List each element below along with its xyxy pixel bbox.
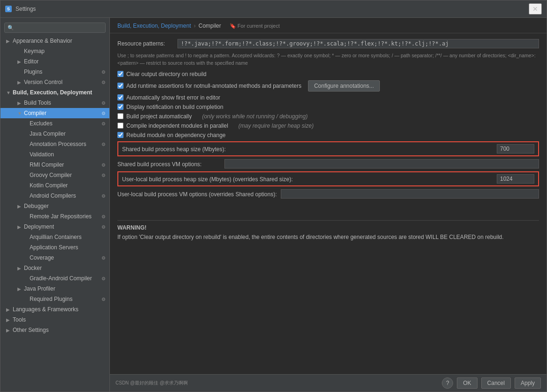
resource-patterns-input[interactable]: [177, 39, 539, 48]
expand-arrow: ▶: [17, 204, 23, 209]
sidebar-item-label: Validation: [30, 151, 106, 158]
breadcrumb-separator: ›: [194, 23, 196, 29]
cancel-button[interactable]: Cancel: [481, 377, 511, 389]
configure-annotations-button[interactable]: Configure annotations...: [308, 80, 380, 92]
shared-vm-label: Shared build process VM options:: [117, 160, 221, 168]
search-input[interactable]: [16, 24, 102, 31]
sidebar-item-rmi-compiler[interactable]: RMI Compiler ⚙: [0, 160, 109, 170]
sidebar-item-label: Build Tools: [24, 100, 100, 106]
sidebar-item-compiler[interactable]: ▼ Compiler ⚙: [0, 108, 109, 118]
sidebar-item-label: Docker: [24, 265, 106, 271]
close-button[interactable]: ✕: [529, 3, 542, 15]
settings-icon: ⚙: [101, 297, 106, 302]
checkbox-auto-show: Automatically show first error in editor: [117, 94, 539, 101]
sidebar-item-label: Languages & Frameworks: [13, 306, 106, 313]
sidebar-item-build-execution[interactable]: ▼ Build, Execution, Deployment: [0, 87, 109, 98]
add-runtime-checkbox[interactable]: [117, 83, 123, 89]
for-current-project[interactable]: 🔖 For current project: [230, 23, 280, 29]
breadcrumb-path1[interactable]: Build, Execution, Deployment: [117, 23, 191, 29]
sidebar-item-docker[interactable]: ▶ Docker: [0, 263, 109, 273]
compile-independent-checkbox[interactable]: [117, 123, 123, 129]
main-content: 🔍 ▶ Appearance & Behavior Keymap ▶ Edito…: [0, 18, 547, 392]
checkbox-clear-output: Clear output directory on rebuild: [117, 71, 539, 77]
sidebar-item-label: Keymap: [24, 48, 106, 54]
sidebar-item-groovy-compiler[interactable]: Groovy Compiler ⚙: [0, 170, 109, 180]
display-notification-label[interactable]: Display notification on build completion: [126, 104, 223, 110]
sidebar-item-plugins[interactable]: Plugins ⚙: [0, 67, 109, 77]
warning-section: WARNING! If option 'Clear output directo…: [117, 220, 539, 246]
user-local-vm-input[interactable]: [281, 189, 539, 199]
title-bar: S Settings ✕: [0, 0, 547, 18]
sidebar-item-appearance-behavior[interactable]: ▶ Appearance & Behavior: [0, 36, 109, 46]
user-local-heap-input[interactable]: [497, 174, 534, 184]
sidebar-item-annotation-processors[interactable]: Annotation Processors ⚙: [0, 139, 109, 149]
sidebar-item-label: Required Plugins: [30, 296, 100, 302]
sidebar-item-label: Remote Jar Repositories: [30, 213, 100, 220]
sidebar-item-android-compilers[interactable]: Android Compilers ⚙: [0, 191, 109, 201]
clear-output-checkbox[interactable]: [117, 71, 123, 77]
auto-show-label[interactable]: Automatically show first error in editor: [126, 94, 220, 101]
sidebar-item-kotlin-compiler[interactable]: Kotlin Compiler: [0, 180, 109, 191]
sidebar-item-build-tools[interactable]: ▶ Build Tools ⚙: [0, 98, 109, 108]
bottom-bar: CSDN @最好的顾佳 @求求乃啊啊 ? OK Cancel Apply: [110, 374, 547, 392]
sidebar-item-editor[interactable]: ▶ Editor: [0, 56, 109, 67]
sidebar-item-application-servers[interactable]: Application Servers: [0, 242, 109, 253]
sidebar-item-java-compiler[interactable]: Java Compiler: [0, 129, 109, 139]
shared-heap-input[interactable]: [497, 144, 534, 154]
apply-button[interactable]: Apply: [515, 377, 541, 389]
compile-independent-label[interactable]: Compile independent modules in parallel: [126, 123, 228, 129]
sidebar-item-label: Deployment: [24, 223, 100, 230]
sidebar-item-gradle-android[interactable]: Gradle-Android Compiler ⚙: [0, 273, 109, 284]
sidebar-item-excludes[interactable]: Excludes ⚙: [0, 118, 109, 129]
shared-heap-row: Shared build process heap size (Mbytes):: [117, 141, 539, 156]
sidebar-item-validation[interactable]: Validation: [0, 149, 109, 160]
sidebar-item-required-plugins[interactable]: Required Plugins ⚙: [0, 294, 109, 304]
sidebar-item-java-profiler[interactable]: ▶ Java Profiler: [0, 284, 109, 294]
sidebar-item-tools[interactable]: ▶ Tools: [0, 315, 109, 325]
user-local-vm-row: User-local build process VM options (ove…: [117, 189, 539, 199]
sidebar-item-label: Annotation Processors: [30, 141, 100, 147]
sidebar-item-arquillian[interactable]: Arquillian Containers: [0, 232, 109, 242]
compile-independent-note: (may require larger heap size): [239, 123, 314, 129]
sidebar-item-other-settings[interactable]: ▶ Other Settings: [0, 325, 109, 335]
help-button[interactable]: ?: [442, 377, 453, 389]
sidebar-item-label: Android Compilers: [30, 192, 100, 199]
settings-icon: ⚙: [101, 224, 106, 230]
clear-output-label[interactable]: Clear output directory on rebuild: [126, 71, 207, 77]
display-notification-checkbox[interactable]: [117, 104, 123, 110]
settings-icon: ⚙: [101, 142, 106, 147]
build-auto-label[interactable]: Build project automatically: [126, 113, 192, 120]
expand-arrow: ▶: [17, 100, 23, 106]
settings-icon: ⚙: [101, 111, 106, 116]
sidebar-item-deployment[interactable]: ▶ Deployment ⚙: [0, 222, 109, 232]
settings-icon: ⚙: [101, 276, 106, 281]
sidebar-item-label: Appearance & Behavior: [13, 38, 106, 44]
resource-patterns-row: Resource patterns:: [117, 39, 539, 48]
settings-icon: ⚙: [101, 173, 106, 178]
rebuild-module-label[interactable]: Rebuild module on dependency change: [126, 132, 226, 138]
add-runtime-label[interactable]: Add runtime assertions for notnull-annot…: [126, 83, 301, 89]
expand-arrow: ▶: [6, 38, 12, 44]
settings-icon: ⚙: [101, 255, 106, 261]
sidebar-item-label: Other Settings: [13, 327, 106, 333]
shared-vm-input[interactable]: [224, 159, 539, 169]
checkbox-build-auto: Build project automatically (only works …: [117, 113, 539, 120]
sidebar-item-coverage[interactable]: Coverage ⚙: [0, 253, 109, 263]
sidebar-item-debugger[interactable]: ▶ Debugger: [0, 201, 109, 211]
settings-icon: ⚙: [101, 214, 106, 219]
sidebar-item-remote-jar[interactable]: Remote Jar Repositories ⚙: [0, 211, 109, 222]
sidebar-item-label: Groovy Compiler: [30, 172, 100, 178]
sidebar-item-version-control[interactable]: ▶ Version Control ⚙: [0, 77, 109, 87]
build-auto-checkbox[interactable]: [117, 113, 123, 119]
sidebar-item-keymap[interactable]: Keymap: [0, 46, 109, 56]
search-box[interactable]: 🔍: [4, 23, 106, 33]
sidebar-item-languages-frameworks[interactable]: ▶ Languages & Frameworks: [0, 304, 109, 315]
sidebar-item-label: Kotlin Compiler: [30, 182, 106, 189]
auto-show-checkbox[interactable]: [117, 94, 123, 100]
sidebar-item-label: Build, Execution, Deployment: [13, 89, 106, 96]
checkbox-compile-independent: Compile independent modules in parallel …: [117, 123, 539, 129]
rebuild-module-checkbox[interactable]: [117, 132, 123, 138]
sidebar: 🔍 ▶ Appearance & Behavior Keymap ▶ Edito…: [0, 18, 110, 392]
expand-arrow: ▶: [6, 328, 12, 333]
ok-button[interactable]: OK: [457, 377, 477, 389]
